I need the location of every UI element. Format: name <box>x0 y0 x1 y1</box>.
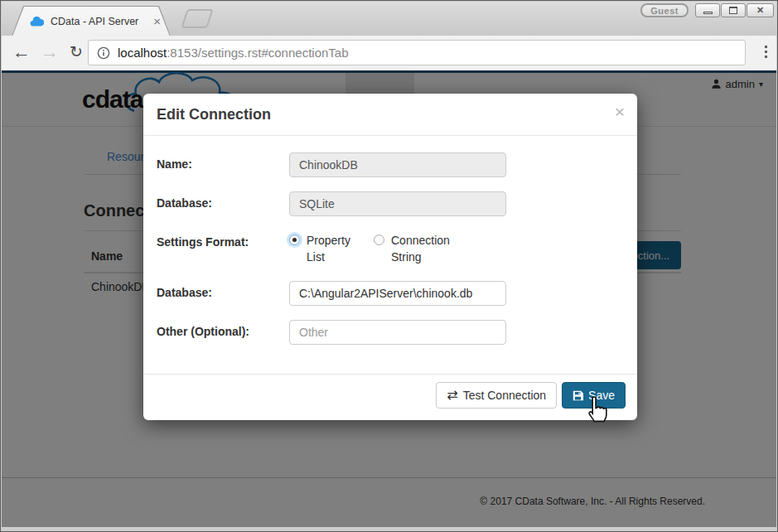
radio-button-icon[interactable] <box>374 235 384 245</box>
tab-close-icon[interactable]: × <box>153 15 161 27</box>
guest-button[interactable]: Guest <box>640 3 689 17</box>
url-text[interactable]: localhost:8153/settings.rst#connectionTa… <box>118 46 349 60</box>
other-input[interactable] <box>289 320 506 345</box>
url-bar[interactable]: localhost:8153/settings.rst#connectionTa… <box>88 40 746 65</box>
modal-title: Edit Connection <box>157 106 624 123</box>
database-path-label: Database: <box>157 281 289 306</box>
back-icon[interactable]: ← <box>10 41 33 64</box>
other-row: Other (Optional): <box>157 320 624 345</box>
close-icon: ✕ <box>756 5 764 16</box>
name-label: Name: <box>157 152 289 177</box>
database-type-label: Database: <box>157 191 289 216</box>
settings-format-row: Settings Format: Property List Connectio… <box>157 230 624 267</box>
radio-property-list[interactable]: Property List <box>289 233 374 267</box>
name-input[interactable] <box>289 152 506 177</box>
browser-window: CData - API Server × Guest ✕ ← → ↻ local… <box>0 0 778 532</box>
maximize-icon <box>729 7 737 14</box>
browser-tab[interactable]: CData - API Server × <box>12 6 171 36</box>
tab-title: CData - API Server <box>51 16 153 27</box>
url-host: localhost <box>118 46 167 60</box>
minimize-button[interactable] <box>695 3 720 17</box>
modal-footer: ⇄ Test Connection Save <box>143 374 637 420</box>
database-path-input[interactable] <box>289 281 506 306</box>
database-type-input[interactable] <box>289 191 506 216</box>
browser-toolbar: ← → ↻ localhost:8153/settings.rst#connec… <box>2 36 776 70</box>
test-connection-label: Test Connection <box>463 389 546 402</box>
minimize-icon <box>703 12 713 14</box>
info-icon[interactable] <box>97 46 110 60</box>
floppy-disk-icon <box>573 390 583 401</box>
database-type-row: Database: <box>157 191 624 216</box>
edit-connection-dialog: Edit Connection × Name: Database: Settin… <box>143 94 637 420</box>
url-path: :8153/settings.rst#connectionTab <box>167 46 348 60</box>
swap-arrows-icon: ⇄ <box>447 389 457 402</box>
browser-menu-icon[interactable] <box>763 44 769 60</box>
tab-strip: CData - API Server × Guest ✕ <box>2 2 776 36</box>
name-row: Name: <box>157 152 624 177</box>
test-connection-button[interactable]: ⇄ Test Connection <box>436 382 557 409</box>
reload-icon[interactable]: ↻ <box>65 41 88 64</box>
radio-connection-string-label[interactable]: Connection String <box>391 233 458 265</box>
favicon-cloud-icon <box>30 16 44 27</box>
maximize-button[interactable] <box>721 3 746 17</box>
radio-button-selected-icon[interactable] <box>289 235 300 245</box>
modal-close-icon[interactable]: × <box>615 104 625 120</box>
close-button[interactable]: ✕ <box>747 3 774 17</box>
radio-property-list-label[interactable]: Property List <box>307 233 360 265</box>
database-path-row: Database: <box>157 281 624 306</box>
cursor-pointer-icon <box>583 395 610 425</box>
other-label: Other (Optional): <box>157 320 289 345</box>
web-page: cdata admin ▾ Resources Connections Name… <box>2 70 776 527</box>
radio-connection-string[interactable]: Connection String <box>374 233 458 267</box>
forward-icon: → <box>38 41 61 64</box>
settings-format-label: Settings Format: <box>157 230 289 267</box>
new-tab-button[interactable] <box>181 9 213 28</box>
